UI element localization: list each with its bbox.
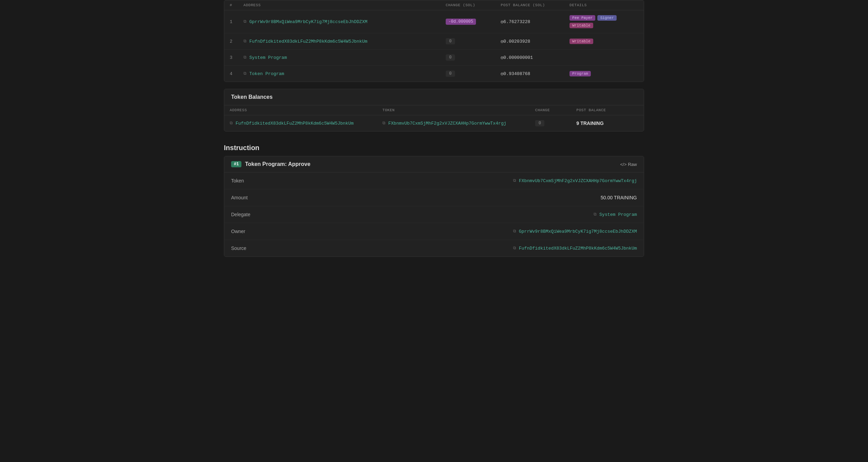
token-col-post-balance: POST BALANCE xyxy=(576,108,638,112)
address-link[interactable]: Token Program xyxy=(249,71,284,76)
copy-icon[interactable]: ⧉ xyxy=(382,121,386,126)
table-row: 1 ⧉ GprrWv9r8BMxQiWea9MrbCyK7ig7Mj8ccseE… xyxy=(224,10,644,33)
instruction-field-amount: Amount 50.00 TRAINING xyxy=(224,189,644,206)
badge-writable: Writable xyxy=(569,23,593,28)
address-link[interactable]: FufnDfidkitedX83dkLFuZ2MhP8kKdm6c5W4W5Jb… xyxy=(249,39,367,44)
token-address-link[interactable]: FufnDfidkitedX83dkLFuZ2MhP8kKdm6c5W4W5Jb… xyxy=(236,121,354,126)
token-table-header: ADDRESS TOKEN CHANGE POST BALANCE xyxy=(224,105,644,115)
field-value: 50.00 TRAINING xyxy=(600,195,637,200)
change-badge-negative: -0d.000005 xyxy=(446,19,476,25)
row-num: 2 xyxy=(230,39,243,44)
token-col-change: CHANGE xyxy=(535,108,576,112)
copy-icon[interactable]: ⧉ xyxy=(513,229,516,234)
raw-label: Raw xyxy=(628,162,637,167)
copy-icon[interactable]: ⧉ xyxy=(243,71,247,76)
post-balance: ◎0.000000001 xyxy=(501,55,569,60)
copy-icon[interactable]: ⧉ xyxy=(243,55,247,60)
instruction-field-source: Source ⧉ FufnDfidkitedX83dkLFuZ2MhP8kKdm… xyxy=(224,240,644,256)
col-details: DETAILS xyxy=(569,3,638,7)
field-label: Owner xyxy=(231,229,245,234)
token-post-balance: 9 TRAINING xyxy=(576,120,638,126)
copy-icon[interactable]: ⧉ xyxy=(513,178,516,183)
instruction-header: #1 Token Program: Approve </> Raw xyxy=(224,156,644,172)
change-badge-zero: 0 xyxy=(446,38,455,44)
address-cell: ⧉ GprrWv9r8BMxQiWea9MrbCyK7ig7Mj8ccseEbJ… xyxy=(243,19,446,24)
address-cell: ⧉ Token Program xyxy=(243,71,446,76)
accounts-table-header: # ADDRESS CHANGE (SOL) POST BALANCE (SOL… xyxy=(224,0,644,10)
post-balance: ◎0.00203928 xyxy=(501,39,569,44)
token-token-link[interactable]: FXbnmvUb7CxmSjMhF2g2xVJZCXAHHp7GormYwwTx… xyxy=(388,121,506,126)
field-label: Token xyxy=(231,178,244,183)
field-label: Source xyxy=(231,245,246,251)
token-change-cell: 0 xyxy=(535,120,576,126)
accounts-table: # ADDRESS CHANGE (SOL) POST BALANCE (SOL… xyxy=(224,0,644,82)
change-cell: 0 xyxy=(446,71,501,77)
instruction-title: #1 Token Program: Approve xyxy=(231,161,311,167)
address-cell: ⧉ FufnDfidkitedX83dkLFuZ2MhP8kKdm6c5W4W5… xyxy=(243,39,446,44)
table-row: 3 ⧉ System Program 0 ◎0.000000001 xyxy=(224,50,644,66)
field-address-link[interactable]: FufnDfidkitedX83dkLFuZ2MhP8kKdm6c5W4W5Jb… xyxy=(519,246,637,251)
badge-writable: Writable xyxy=(569,39,593,44)
badge-fee-payer: Fee Payer xyxy=(569,15,595,21)
col-address: ADDRESS xyxy=(243,3,446,7)
field-address-link[interactable]: FXbnmvUb7CxmSjMhF2g2xVJZCXAHHp7GormYwwTx… xyxy=(519,178,637,183)
field-value: ⧉ GprrWv9r8BMxQiWea9MrbCyK7ig7Mj8ccseEbJ… xyxy=(513,229,637,234)
field-label: Amount xyxy=(231,195,248,200)
post-balance: ◎6.76273228 xyxy=(501,19,569,24)
address-link[interactable]: GprrWv9r8BMxQiWea9MrbCyK7ig7Mj8ccseEbJhD… xyxy=(249,19,367,24)
change-cell: 0 xyxy=(446,54,501,61)
badge-program: Program xyxy=(569,71,591,76)
token-address-cell: ⧉ FufnDfidkitedX83dkLFuZ2MhP8kKdm6c5W4W5… xyxy=(230,121,382,126)
token-balances-title: Token Balances xyxy=(224,89,644,105)
field-label: Delegate xyxy=(231,212,250,217)
instruction-section-title: Instruction xyxy=(224,138,644,156)
instruction-field-delegate: Delegate ⧉ System Program xyxy=(224,206,644,223)
post-balance: ◎0.93408768 xyxy=(501,71,569,76)
change-badge-zero: 0 xyxy=(535,120,544,126)
token-token-cell: ⧉ FXbnmvUb7CxmSjMhF2g2xVJZCXAHHp7GormYww… xyxy=(382,121,535,126)
table-row: 4 ⧉ Token Program 0 ◎0.93408768 Program xyxy=(224,66,644,82)
address-link[interactable]: System Program xyxy=(249,55,287,60)
copy-icon[interactable]: ⧉ xyxy=(243,19,247,24)
token-table-row: ⧉ FufnDfidkitedX83dkLFuZ2MhP8kKdm6c5W4W5… xyxy=(224,115,644,131)
badge-signer: Signer xyxy=(597,15,617,21)
instruction-number-badge: #1 xyxy=(231,161,241,167)
token-balances-section: Token Balances ADDRESS TOKEN CHANGE POST… xyxy=(224,89,644,132)
copy-icon[interactable]: ⧉ xyxy=(513,246,516,251)
field-address-link[interactable]: System Program xyxy=(599,212,637,217)
instruction-card: #1 Token Program: Approve </> Raw Token … xyxy=(224,156,644,257)
change-badge-zero: 0 xyxy=(446,71,455,77)
code-icon: </> xyxy=(620,162,627,167)
details-cell: Writable xyxy=(569,39,638,44)
address-cell: ⧉ System Program xyxy=(243,55,446,60)
instruction-field-owner: Owner ⧉ GprrWv9r8BMxQiWea9MrbCyK7ig7Mj8c… xyxy=(224,223,644,240)
instruction-field-token: Token ⧉ FXbnmvUb7CxmSjMhF2g2xVJZCXAHHp7G… xyxy=(224,172,644,189)
token-col-address: ADDRESS xyxy=(230,108,382,112)
change-badge-zero: 0 xyxy=(446,54,455,61)
row-num: 4 xyxy=(230,71,243,76)
field-value: ⧉ FufnDfidkitedX83dkLFuZ2MhP8kKdm6c5W4W5… xyxy=(513,246,637,251)
amount-value: 50.00 TRAINING xyxy=(600,195,637,200)
copy-icon[interactable]: ⧉ xyxy=(243,39,247,44)
col-post-balance: POST BALANCE (SOL) xyxy=(501,3,569,7)
field-value: ⧉ System Program xyxy=(594,212,637,217)
instruction-name: Token Program: Approve xyxy=(245,161,310,167)
copy-icon[interactable]: ⧉ xyxy=(230,121,233,126)
table-row: 2 ⧉ FufnDfidkitedX83dkLFuZ2MhP8kKdm6c5W4… xyxy=(224,33,644,50)
col-change: CHANGE (SOL) xyxy=(446,3,501,7)
details-cell: Program xyxy=(569,71,638,76)
row-num: 1 xyxy=(230,19,243,24)
token-col-token: TOKEN xyxy=(382,108,535,112)
field-value: ⧉ FXbnmvUb7CxmSjMhF2g2xVJZCXAHHp7GormYww… xyxy=(513,178,637,183)
field-address-link[interactable]: GprrWv9r8BMxQiWea9MrbCyK7ig7Mj8ccseEbJhD… xyxy=(519,229,637,234)
details-cell: Fee Payer Signer Writable xyxy=(569,15,638,28)
raw-button[interactable]: </> Raw xyxy=(620,162,637,167)
copy-icon[interactable]: ⧉ xyxy=(594,212,597,217)
change-cell: -0d.000005 xyxy=(446,19,501,25)
change-cell: 0 xyxy=(446,38,501,44)
col-num: # xyxy=(230,3,243,7)
row-num: 3 xyxy=(230,55,243,60)
